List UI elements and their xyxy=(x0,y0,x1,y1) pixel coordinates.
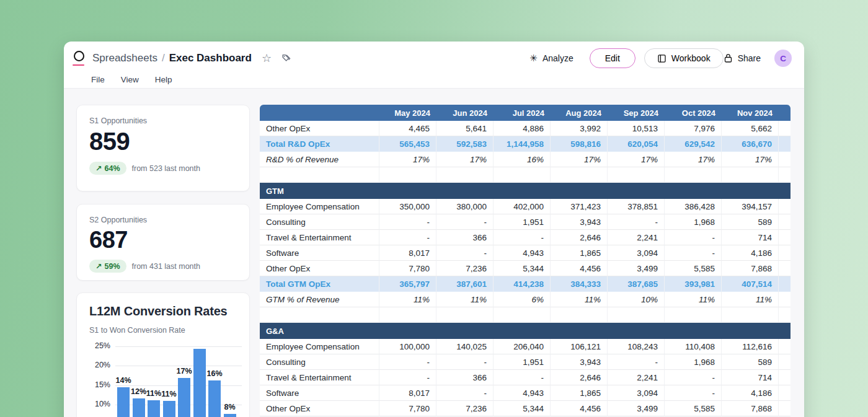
empty-cell[interactable] xyxy=(379,307,436,323)
value-cell[interactable]: 7,780 xyxy=(379,401,436,416)
value-cell[interactable]: 8,017 xyxy=(379,245,436,261)
empty-cell[interactable] xyxy=(436,307,494,323)
value-cell[interactable]: 16% xyxy=(494,152,551,167)
value-cell[interactable]: 7,236 xyxy=(436,261,494,276)
value-cell[interactable]: - xyxy=(436,245,494,261)
value-cell[interactable]: 371,423 xyxy=(551,199,608,214)
value-cell[interactable]: 2,646 xyxy=(551,230,608,245)
row-label-cell[interactable]: Other OpEx xyxy=(260,261,379,276)
row-label-cell[interactable]: GTM % of Revenue xyxy=(260,292,379,307)
column-header[interactable]: Oct 2024 xyxy=(665,105,722,121)
value-cell[interactable]: 1,951 xyxy=(494,214,551,230)
value-cell[interactable]: 1,968 xyxy=(665,214,722,230)
value-cell[interactable]: 11% xyxy=(665,292,722,307)
value-cell[interactable]: 565,453 xyxy=(379,136,436,152)
empty-cell[interactable] xyxy=(260,167,379,183)
value-cell[interactable]: 7,868 xyxy=(722,261,779,276)
value-cell[interactable]: 380,000 xyxy=(436,199,494,214)
value-cell[interactable]: 4,943 xyxy=(494,385,551,401)
value-cell[interactable]: 3,499 xyxy=(608,261,665,276)
row-label-cell[interactable]: Consulting xyxy=(260,354,379,370)
menu-file[interactable]: File xyxy=(91,75,105,84)
value-cell[interactable]: 110,408 xyxy=(665,339,722,354)
workbook-button[interactable]: Workbook xyxy=(644,48,724,68)
value-cell[interactable]: 5,641 xyxy=(436,121,494,136)
column-header[interactable]: Nov 2024 xyxy=(722,105,779,121)
value-cell[interactable]: 2,241 xyxy=(608,370,665,385)
edit-button[interactable]: Edit xyxy=(590,48,636,68)
breadcrumb-section[interactable]: Spreadsheets xyxy=(92,52,157,64)
value-cell[interactable]: 11% xyxy=(379,292,436,307)
value-cell[interactable]: 5,585 xyxy=(665,261,722,276)
value-cell[interactable]: 365,797 xyxy=(379,276,436,292)
value-cell[interactable]: 2,241 xyxy=(608,230,665,245)
value-cell[interactable]: 10% xyxy=(608,292,665,307)
tags-icon[interactable] xyxy=(281,53,292,64)
value-cell[interactable]: 17% xyxy=(551,152,608,167)
value-cell[interactable]: 1,865 xyxy=(551,245,608,261)
menu-help[interactable]: Help xyxy=(155,75,172,84)
value-cell[interactable]: 4,186 xyxy=(722,245,779,261)
row-label-cell[interactable]: Software xyxy=(260,245,379,261)
value-cell[interactable]: 629,542 xyxy=(665,136,722,152)
empty-cell[interactable] xyxy=(494,307,551,323)
value-cell[interactable]: 636,670 xyxy=(722,136,779,152)
value-cell[interactable]: 7,780 xyxy=(379,261,436,276)
value-cell[interactable]: 7,236 xyxy=(436,401,494,416)
value-cell[interactable]: 592,583 xyxy=(436,136,494,152)
column-header[interactable]: Jul 2024 xyxy=(494,105,551,121)
value-cell[interactable]: 714 xyxy=(722,370,779,385)
value-cell[interactable]: 4,456 xyxy=(551,261,608,276)
value-cell[interactable]: 394,157 xyxy=(722,199,779,214)
value-cell[interactable]: 3,499 xyxy=(608,401,665,416)
value-cell[interactable]: 620,054 xyxy=(608,136,665,152)
empty-cell[interactable] xyxy=(379,167,436,183)
value-cell[interactable]: - xyxy=(379,370,436,385)
favorite-star-icon[interactable]: ☆ xyxy=(262,53,272,64)
value-cell[interactable]: 1,968 xyxy=(665,354,722,370)
row-label-cell[interactable]: R&D % of Revenue xyxy=(260,152,379,167)
value-cell[interactable]: - xyxy=(379,354,436,370)
value-cell[interactable]: 589 xyxy=(722,214,779,230)
value-cell[interactable]: 414,238 xyxy=(494,276,551,292)
value-cell[interactable]: 6% xyxy=(494,292,551,307)
value-cell[interactable]: 108,243 xyxy=(608,339,665,354)
value-cell[interactable]: 2,646 xyxy=(551,370,608,385)
empty-cell[interactable] xyxy=(779,307,790,323)
empty-cell[interactable] xyxy=(551,167,608,183)
column-header[interactable]: May 2024 xyxy=(379,105,436,121)
value-cell[interactable]: 714 xyxy=(722,230,779,245)
value-cell[interactable]: 3,094 xyxy=(608,245,665,261)
row-label-cell[interactable]: Other OpEx xyxy=(260,401,379,416)
value-cell[interactable]: - xyxy=(436,214,494,230)
value-cell[interactable]: 350,000 xyxy=(379,199,436,214)
value-cell[interactable]: 5,344 xyxy=(494,401,551,416)
row-label-cell[interactable]: Total R&D OpEx xyxy=(260,136,379,152)
value-cell[interactable]: 11% xyxy=(436,292,494,307)
value-cell[interactable]: 17% xyxy=(436,152,494,167)
value-cell[interactable]: 598,816 xyxy=(551,136,608,152)
value-cell[interactable]: 4,465 xyxy=(379,121,436,136)
value-cell[interactable]: - xyxy=(665,385,722,401)
row-label-cell[interactable]: Other OpEx xyxy=(260,121,379,136)
empty-cell[interactable] xyxy=(779,167,790,183)
value-cell[interactable]: 17% xyxy=(665,152,722,167)
app-logo-icon[interactable] xyxy=(73,50,85,66)
value-cell[interactable]: 3,943 xyxy=(551,214,608,230)
column-header[interactable]: Jun 2024 xyxy=(436,105,494,121)
analyze-button[interactable]: ✳ Analyze xyxy=(529,53,573,64)
value-cell[interactable]: - xyxy=(379,230,436,245)
value-cell[interactable]: 3,094 xyxy=(608,385,665,401)
row-label-cell[interactable]: Employee Compensation xyxy=(260,199,379,214)
value-cell[interactable]: 402,000 xyxy=(494,199,551,214)
empty-cell[interactable] xyxy=(722,307,779,323)
value-cell[interactable]: - xyxy=(608,214,665,230)
value-cell[interactable]: 387,601 xyxy=(436,276,494,292)
section-header-cell[interactable]: GTM xyxy=(260,183,790,199)
value-cell[interactable]: 17% xyxy=(608,152,665,167)
value-cell[interactable]: - xyxy=(665,245,722,261)
value-cell[interactable]: 386,428 xyxy=(665,199,722,214)
row-label-cell[interactable]: Travel & Entertainment xyxy=(260,370,379,385)
value-cell[interactable]: - xyxy=(665,370,722,385)
value-cell[interactable]: 3,943 xyxy=(551,354,608,370)
